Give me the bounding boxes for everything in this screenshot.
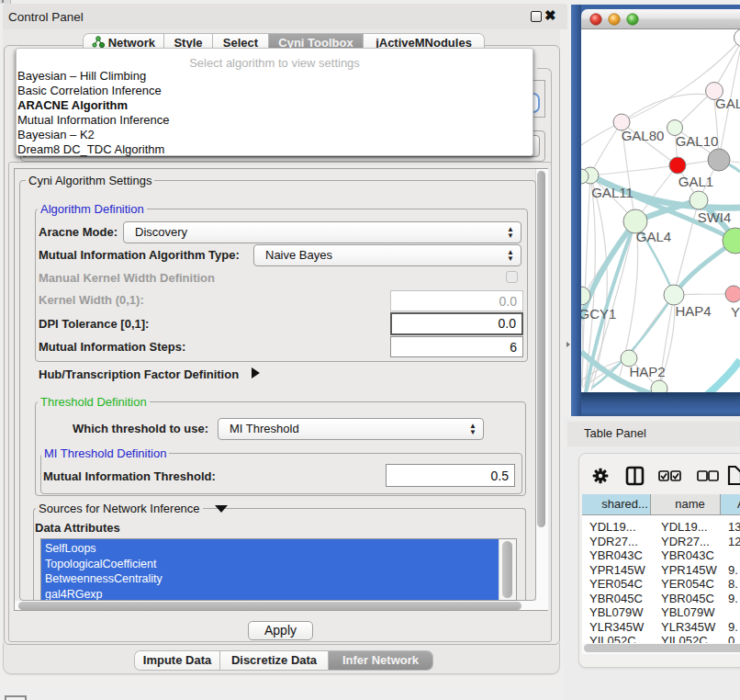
- svg-text:GAL10: GAL10: [676, 133, 719, 149]
- svg-text:GAL4: GAL4: [636, 229, 671, 244]
- svg-text:GAL2: GAL2: [715, 96, 740, 111]
- svg-text:HAP2: HAP2: [629, 364, 665, 379]
- svg-text:GAL1: GAL1: [678, 174, 713, 189]
- svg-text:SWI4: SWI4: [698, 209, 732, 225]
- svg-text:GCY1: GCY1: [581, 306, 616, 322]
- svg-text:HAP4: HAP4: [675, 303, 711, 319]
- svg-text:GAL80: GAL80: [622, 128, 665, 143]
- svg-text:GAL11: GAL11: [591, 185, 633, 200]
- svg-text:YM: YM: [731, 304, 740, 320]
